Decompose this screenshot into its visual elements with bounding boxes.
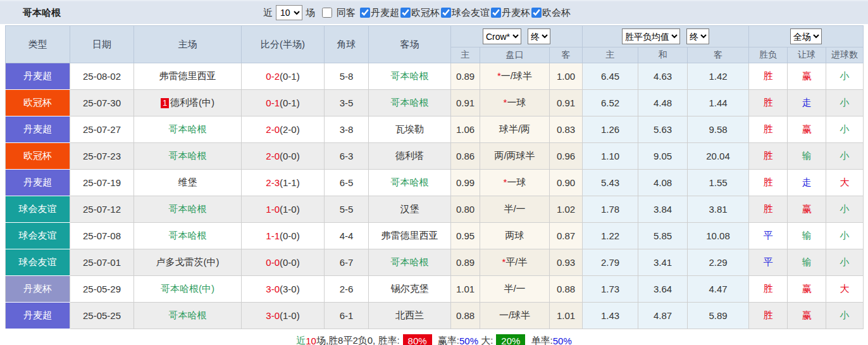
- home-team-name: 哥本哈根: [169, 123, 207, 134]
- half-time-score: (0-0): [280, 151, 300, 161]
- league-filter-2[interactable]: 球会友谊: [440, 7, 490, 19]
- avg-home-cell: 1.26: [583, 116, 638, 143]
- league-label: 欧会杯: [542, 7, 571, 19]
- avg-away-cell: 2.29: [688, 249, 749, 276]
- avg-draw-cell: 4.08: [638, 170, 688, 196]
- result-cell: 胜: [749, 303, 788, 329]
- corner-cell: 5-8: [325, 63, 369, 90]
- summary-segment-6: 大:: [478, 335, 493, 345]
- home-team-name: 哥本哈根: [169, 203, 207, 214]
- summary-segment-0: 近: [296, 335, 306, 345]
- home-team-cell: 卢多戈雷茨(中): [134, 249, 242, 276]
- summary-segment-1: 10: [306, 336, 316, 345]
- odds-header-cell: Crow* 终: [451, 26, 583, 47]
- league-type-cell: 欧冠杯: [6, 143, 70, 170]
- league-filter-group: 丹麦超欧冠杯球会友谊丹麦杯欧会杯: [359, 7, 571, 19]
- home-team-cell: 1德利塔(中): [134, 90, 242, 116]
- match-row: 球会友谊25-07-08哥本哈根1-1(0-0)4-4弗雷德里西亚0.95两球0…: [6, 223, 864, 249]
- sub-header-result: 胜负: [749, 47, 788, 63]
- goals-result-cell: 小: [826, 223, 864, 249]
- away-team-cell: 锡尔克堡: [369, 276, 451, 303]
- goals-result-cell: 小: [826, 196, 864, 223]
- away-team-name: 锡尔克堡: [391, 283, 429, 294]
- league-type-cell: 球会友谊: [6, 196, 70, 223]
- league-type-cell: 丹麦超: [6, 170, 70, 196]
- away-team-cell: 瓦埃勒: [369, 116, 451, 143]
- full-time-score: 0-1: [266, 97, 280, 108]
- handicap-cell: *平/半: [480, 249, 550, 276]
- away-team-cell: 北西兰: [369, 303, 451, 329]
- summary-segment-8: 单率:: [528, 335, 552, 345]
- score-cell: 1-0(1-0): [242, 196, 325, 223]
- date-cell: 25-05-25: [70, 303, 134, 329]
- same-venue-label: 同客: [337, 7, 356, 19]
- col-header-type: 类型: [6, 26, 70, 63]
- sub-header-goals: 进球数: [826, 47, 864, 63]
- league-checkbox[interactable]: [400, 8, 411, 18]
- home-odds-cell: 0.91: [451, 90, 480, 116]
- avg-time-select[interactable]: 终: [686, 28, 709, 44]
- league-filter-0[interactable]: 丹麦超: [359, 7, 399, 19]
- handicap-cell: *一球: [480, 90, 550, 116]
- home-odds-cell: 0.88: [451, 303, 480, 329]
- league-filter-1[interactable]: 欧冠杯: [399, 7, 440, 19]
- home-odds-cell: 0.89: [451, 249, 480, 276]
- date-cell: 25-07-12: [70, 196, 134, 223]
- league-checkbox[interactable]: [491, 8, 501, 18]
- avg-away-cell: 1.44: [688, 90, 749, 116]
- full-time-score: 1-1: [266, 230, 280, 241]
- result-cell: 胜: [749, 170, 788, 196]
- summary-footer: 近10场,胜8平2负0, 胜率:80% 赢率:50% 大:20% 单率:50%: [0, 329, 868, 345]
- avg-draw-cell: 5.63: [638, 116, 688, 143]
- home-odds-cell: 0.86: [451, 143, 480, 170]
- full-time-score: 3-0: [266, 310, 280, 321]
- same-venue-checkbox[interactable]: [322, 8, 332, 18]
- league-type-cell: 丹麦超: [6, 63, 70, 90]
- home-team-name: 弗雷德里西亚: [159, 70, 216, 81]
- league-checkbox[interactable]: [531, 8, 542, 18]
- away-odds-cell: 0.90: [550, 170, 583, 196]
- half-time-score: (0-0): [280, 230, 300, 241]
- recent-count-select[interactable]: 10: [276, 5, 302, 20]
- sub-header-odds-home: 主: [451, 47, 480, 63]
- summary-segment-3: 80%: [403, 334, 432, 345]
- avg-away-cell: 10.08: [688, 223, 749, 249]
- home-team-cell: 哥本哈根: [134, 196, 242, 223]
- avg-draw-cell: 4.87: [638, 303, 688, 329]
- corner-cell: 4-4: [325, 223, 369, 249]
- avg-home-cell: 1.10: [583, 143, 638, 170]
- match-row: 丹麦超25-07-27哥本哈根2-0(2-0)3-8瓦埃勒1.06球半/两0.8…: [6, 116, 864, 143]
- home-team-cell: 哥本哈根: [134, 223, 242, 249]
- period-select[interactable]: 全场: [790, 28, 822, 44]
- result-cell: 胜: [749, 63, 788, 90]
- away-team-name: 哥本哈根: [391, 177, 429, 187]
- corner-cell: 5-5: [325, 196, 369, 223]
- date-cell: 25-07-30: [70, 90, 134, 116]
- league-checkbox[interactable]: [441, 8, 451, 18]
- date-cell: 25-07-23: [70, 143, 134, 170]
- handicap-result-cell: 输: [788, 249, 826, 276]
- score-cell: 0-0(0-0): [242, 249, 325, 276]
- col-header-corner: 角球: [325, 26, 369, 63]
- league-checkbox[interactable]: [360, 8, 370, 18]
- bookmaker-select[interactable]: Crow*: [483, 28, 521, 44]
- corner-cell: 6-7: [325, 249, 369, 276]
- result-cell: 平: [749, 249, 788, 276]
- league-type-cell: 欧冠杯: [6, 90, 70, 116]
- away-team-cell: 弗雷德里西亚: [369, 223, 451, 249]
- league-filter-3[interactable]: 丹麦杯: [490, 7, 530, 19]
- handicap-cell: 一/球半: [480, 303, 550, 329]
- avg-type-select[interactable]: 胜平负均值: [622, 28, 680, 44]
- away-team-name: 弗雷德里西亚: [381, 230, 438, 241]
- league-type-cell: 丹麦超: [6, 303, 70, 329]
- avg-away-cell: 9.58: [688, 116, 749, 143]
- league-label: 丹麦杯: [502, 7, 530, 19]
- avg-home-cell: 1.73: [583, 276, 638, 303]
- handicap-result-cell: 赢: [788, 196, 826, 223]
- league-filter-4[interactable]: 欧会杯: [530, 7, 571, 19]
- odds-time-select[interactable]: 终: [528, 28, 550, 44]
- handicap-cell: *一球: [480, 170, 550, 196]
- sub-header-handicap: 盘口: [480, 47, 550, 63]
- match-history-table: 类型 日期 主场 比分(半场) 角球 客场 Crow* 终 胜平负均值 终 全场…: [5, 25, 864, 329]
- summary-segment-2: 场,胜8平2负0, 胜率:: [316, 335, 400, 345]
